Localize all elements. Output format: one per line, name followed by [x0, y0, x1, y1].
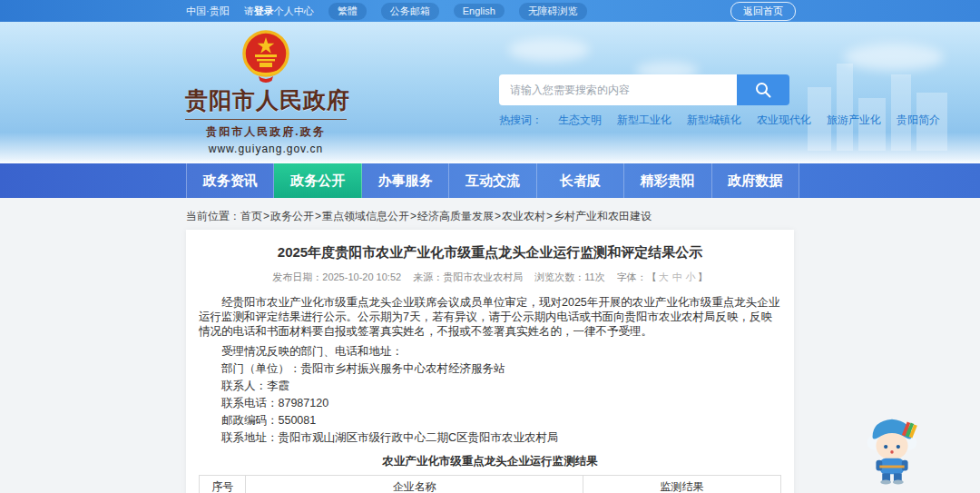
paragraph-phone: 联系电话：87987120	[199, 396, 781, 410]
topbar-traditional-link[interactable]: 繁體	[328, 3, 367, 20]
paragraph-department: 部门（单位）：贵阳市乡村振兴服务中心农村经济服务站	[199, 361, 781, 376]
topbar-accessibility-link[interactable]: 无障碍浏览	[519, 3, 587, 20]
site-subtitle: 贵阳市人民政府.政务	[185, 119, 347, 140]
top-utility-bar: 中国·贵阳 请登录个人中心 繁體 公务邮箱 English 无障碍浏览 返回首页	[0, 0, 980, 22]
topbar-region-link[interactable]: 中国·贵阳	[186, 5, 230, 18]
article-body: 经贵阳市农业产业化市级重点龙头企业联席会议成员单位审定，现对2025年开展的农业…	[199, 295, 781, 493]
nav-tab-zhangzhe-ban[interactable]: 长者版	[537, 163, 624, 198]
search-bar	[499, 74, 789, 105]
breadcrumb-item[interactable]: 经济高质量发展	[417, 210, 494, 222]
table-caption: 农业产业化市级重点龙头企业运行监测结果	[199, 454, 781, 469]
breadcrumb-item[interactable]: 农业农村	[502, 210, 545, 222]
hot-search-word[interactable]: 旅游产业化	[827, 113, 881, 128]
hot-search-row: 热搜词： 生态文明 新型工业化 新型城镇化 农业现代化 旅游产业化 贵阳简介	[499, 113, 940, 128]
article-meta: 发布日期：2025-10-20 10:52 来源：贵阳市农业农村局 浏览次数：1…	[199, 271, 781, 284]
cloud-decoration	[844, 44, 944, 71]
hot-search-word[interactable]: 生态文明	[558, 113, 602, 128]
breadcrumb: 当前位置：首页>政务公开>重点领域信息公开>经济高质量发展>农业农村>乡村产业和…	[186, 209, 652, 224]
nav-tab-banshi-fuwu[interactable]: 办事服务	[362, 163, 449, 198]
table-header-row: 序号 企业名称 监测结果	[200, 476, 781, 493]
hot-search-word[interactable]: 新型城镇化	[687, 113, 741, 128]
breadcrumb-item[interactable]: 乡村产业和农田建设	[554, 210, 652, 222]
nav-tab-zhengwu-gongkai[interactable]: 政务公开	[274, 163, 361, 198]
views-label: 浏览次数：	[534, 271, 584, 282]
paragraph-contact-intro: 受理情况反映的部门、电话和地址：	[199, 344, 781, 359]
site-title: 贵阳市人民政府	[185, 85, 347, 115]
site-header: 贵阳市人民政府 贵阳市人民政府.政务 www.guiyang.gov.cn 热搜…	[0, 22, 980, 163]
article-title: 2025年度贵阳市农业产业化市级重点龙头企业运行监测和评定结果公示	[208, 244, 772, 261]
breadcrumb-item[interactable]: 重点领域信息公开	[322, 210, 409, 222]
article-card: 2025年度贵阳市农业产业化市级重点龙头企业运行监测和评定结果公示 发布日期：2…	[186, 230, 794, 493]
topbar-mailbox-link[interactable]: 公务邮箱	[381, 3, 439, 20]
site-url: www.guiyang.gov.cn	[185, 143, 347, 155]
nav-tab-jingcai-guiyang[interactable]: 精彩贵阳	[624, 163, 711, 198]
hot-search-word[interactable]: 新型工业化	[617, 113, 671, 128]
national-emblem-icon	[240, 29, 291, 84]
source-label: 来源：	[413, 271, 443, 282]
font-size-large-button[interactable]: 大	[659, 271, 669, 282]
publish-date-label: 发布日期：	[272, 271, 322, 282]
nav-tab-hudong-jiaoliu[interactable]: 互动交流	[449, 163, 536, 198]
cityscape-decoration	[837, 64, 853, 151]
views-value: 11次	[584, 271, 604, 282]
font-size-label-end: 】	[698, 271, 708, 282]
mascot-assistant-button[interactable]	[859, 410, 925, 485]
nav-tab-zhengwu-zixun[interactable]: 政务资讯	[186, 163, 274, 198]
site-logo[interactable]: 贵阳市人民政府 贵阳市人民政府.政务 www.guiyang.gov.cn	[185, 29, 347, 155]
topbar-english-link[interactable]: English	[454, 4, 505, 18]
header-cell-company: 企业名称	[246, 476, 583, 493]
paragraph-contact-person: 联系人：李霞	[199, 379, 781, 393]
paragraph-address: 联系地址：贵阳市观山湖区市级行政中心二期C区贵阳市农业农村局	[199, 430, 781, 445]
breadcrumb-item-home[interactable]: 首页	[240, 210, 262, 222]
monitor-result-table: 序号 企业名称 监测结果 1 贵州合力超市采购有限公司 合格 2 贵州友禾种业有…	[199, 475, 781, 493]
content-area: 当前位置：首页>政务公开>重点领域信息公开>经济高质量发展>农业农村>乡村产业和…	[0, 198, 980, 493]
topbar-login-link[interactable]: 请登录个人中心	[244, 5, 314, 18]
source-value: 贵阳市农业农村局	[443, 271, 523, 282]
hot-search-label: 热搜词：	[499, 113, 543, 128]
font-size-small-button[interactable]: 小	[686, 271, 696, 282]
paragraph-announcement: 经贵阳市农业产业化市级重点龙头企业联席会议成员单位审定，现对2025年开展的农业…	[199, 295, 781, 339]
nav-tab-zhengfu-shuju[interactable]: 政府数据	[712, 163, 799, 198]
breadcrumb-item[interactable]: 政务公开	[270, 210, 314, 222]
search-icon	[754, 81, 772, 99]
search-input[interactable]	[499, 74, 737, 105]
main-navigation: 政务资讯 政务公开 办事服务 互动交流 长者版 精彩贵阳 政府数据	[0, 163, 980, 198]
cloud-decoration	[508, 38, 590, 62]
hot-search-word[interactable]: 农业现代化	[757, 113, 811, 128]
publish-date: 2025-10-20 10:52	[322, 271, 401, 282]
mascot-icon	[859, 410, 925, 485]
return-home-button[interactable]: 返回首页	[730, 2, 796, 21]
hot-search-word[interactable]: 贵阳简介	[897, 113, 940, 128]
font-size-label: 字体：【	[617, 271, 657, 282]
font-size-medium-button[interactable]: 中	[672, 271, 682, 282]
paragraph-postcode: 邮政编码：550081	[199, 413, 781, 428]
search-button[interactable]	[737, 74, 789, 105]
header-cell-result: 监测结果	[583, 476, 781, 493]
breadcrumb-label: 当前位置：	[186, 210, 240, 222]
header-cell-number: 序号	[200, 476, 246, 493]
